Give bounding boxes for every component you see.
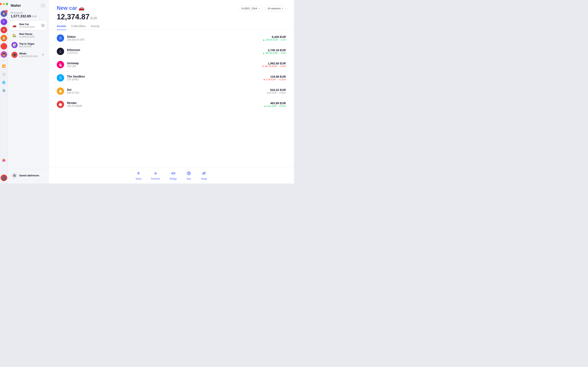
asset-eur-sandbox: 118.98 EUR bbox=[263, 75, 286, 78]
account-name-whale: Whale bbox=[19, 52, 39, 55]
asset-name-dai: Dai bbox=[67, 88, 267, 91]
add-account-button[interactable]: + bbox=[41, 3, 45, 8]
all-accounts-section: All accounts 1,577,332.69EUR bbox=[10, 11, 46, 18]
app-icon-girl[interactable]: 👧 bbox=[1, 51, 7, 58]
app-icon-token[interactable]: 🔴 bbox=[1, 43, 7, 50]
settings-icon[interactable]: ⚙️ bbox=[1, 87, 7, 94]
bridge-icon bbox=[171, 171, 176, 176]
close-button[interactable] bbox=[0, 3, 2, 5]
change-eur-status: ▲ 234.55 EUR bbox=[263, 39, 278, 41]
change-pct-render: 0.01% bbox=[279, 105, 286, 107]
swap-button[interactable]: Swap bbox=[201, 171, 207, 180]
notification-badge: 2 bbox=[5, 10, 8, 13]
wallet-balance-row: 12,374.87 EUR bbox=[57, 12, 286, 21]
far-left-bar: 🔔 2 1 ✕ 🧁 🔴 👧 📶 ⬜ 🌐 ⚙️ 👛 👤 bbox=[0, 0, 8, 184]
network-pill[interactable]: All networks ▾ bbox=[265, 6, 286, 11]
minimize-button[interactable] bbox=[3, 3, 5, 5]
asset-details-status: Status 250,000.00 SNT bbox=[67, 35, 263, 41]
asset-row-render[interactable]: ⬤ Render 250.15 RNDR 463.89 EUR ▲ 0.01 E… bbox=[57, 98, 286, 111]
bottom-action-bar: Send Receive Bridge bbox=[49, 167, 294, 184]
change-eur-uniswap: ▼ 967.55 EUR bbox=[262, 65, 277, 67]
account-menu-icon[interactable]: ⊡ bbox=[41, 24, 45, 27]
app-icon-1[interactable]: 1 bbox=[1, 18, 7, 25]
asset-value-dai: 634.22 EUR 0.00 EUR | 0.00% bbox=[267, 88, 286, 94]
tabs: Assets Collectibles Activity bbox=[49, 21, 294, 30]
account-list: 🚗 New Car 12,374.87 EUR ⊡ 🏡 New House 11… bbox=[10, 21, 46, 167]
account-hide-icon[interactable]: 👁 bbox=[41, 53, 45, 57]
asset-icon-render: ⬤ bbox=[57, 101, 64, 108]
account-avatar-new-house: 🏡 bbox=[11, 32, 17, 38]
notification-button[interactable]: 🔔 2 bbox=[1, 10, 7, 17]
asset-eur-ethereum: 2,745.18 EUR bbox=[263, 49, 286, 52]
globe-icon[interactable]: 🌐 bbox=[1, 79, 7, 86]
asset-row-sandbox[interactable]: S The Sandbox 270 SAND 118.98 EUR ▼ 2.34… bbox=[57, 71, 286, 85]
wallet-title-row: New car 🚗 0×2833...23h4 ↗ All networks ▾ bbox=[57, 5, 286, 11]
asset-name-render: Render bbox=[67, 101, 264, 105]
account-actions-whale: 👁 bbox=[41, 53, 45, 57]
receive-button[interactable]: Receive bbox=[151, 171, 160, 180]
account-item-trip-to-vegas[interactable]: 🎲 Trip to Vegas 845.23 EUR bbox=[10, 40, 46, 50]
receive-icon bbox=[153, 171, 158, 176]
network-label: All networks bbox=[268, 7, 281, 10]
main-content: New car 🚗 0×2833...23h4 ↗ All networks ▾… bbox=[49, 0, 294, 184]
user-avatar[interactable]: 👤 bbox=[1, 175, 7, 181]
send-button[interactable]: Send bbox=[136, 171, 141, 180]
asset-value-ethereum: 2,745.18 EUR ▲ 967.55 EUR | 3.8% bbox=[263, 49, 286, 54]
traffic-lights bbox=[0, 3, 8, 5]
account-balance-new-car: 12,374.87 EUR bbox=[19, 26, 39, 28]
bridge-button[interactable]: Bridge bbox=[170, 171, 177, 180]
address-pill[interactable]: 0×2833...23h4 ↗ bbox=[239, 6, 263, 11]
asset-details-uniswap: Uniswap 324 UNI bbox=[67, 62, 262, 68]
sidebar: Wallet + All accounts 1,577,332.69EUR 🚗 … bbox=[8, 0, 49, 184]
account-item-new-car[interactable]: 🚗 New Car 12,374.87 EUR ⊡ bbox=[10, 21, 46, 30]
asset-amount-uniswap: 324 UNI bbox=[67, 65, 262, 68]
receive-label: Receive bbox=[151, 177, 160, 180]
account-avatar-trip-to-vegas: 🎲 bbox=[11, 42, 17, 48]
account-item-whale[interactable]: 🎓 Whale 1,564,200.00 EUR 👁 bbox=[10, 50, 46, 59]
account-info-new-house: New House 11,056.92 EUR bbox=[19, 33, 45, 38]
account-info-whale: Whale 1,564,200.00 EUR bbox=[19, 52, 39, 58]
asset-name-status: Status bbox=[67, 35, 263, 38]
buy-icon bbox=[187, 171, 191, 176]
account-name-trip-to-vegas: Trip to Vegas bbox=[19, 42, 45, 45]
account-item-new-house[interactable]: 🏡 New House 11,056.92 EUR bbox=[10, 31, 46, 40]
swap-label: Swap bbox=[201, 177, 207, 180]
change-pct-sandbox: -0.01% bbox=[279, 78, 286, 81]
all-accounts-total: 1,577,332.69EUR bbox=[11, 14, 45, 18]
asset-row-dai[interactable]: ◈ Dai 634.22 DAI 634.22 EUR 0.00 EUR | 0… bbox=[57, 85, 286, 98]
tab-activity[interactable]: Activity bbox=[91, 25, 100, 30]
app-icon-x[interactable]: ✕ bbox=[1, 27, 7, 33]
asset-amount-ethereum: 1.45 ETH bbox=[67, 52, 263, 54]
asset-amount-sandbox: 270 SAND bbox=[67, 78, 263, 81]
asset-icon-dai: ◈ bbox=[57, 87, 64, 95]
asset-row-uniswap[interactable]: 🦄 Uniswap 324 UNI 1,992.60 EUR ▼ 967.55 … bbox=[57, 58, 286, 71]
account-actions-new-car: ⊡ bbox=[41, 24, 45, 27]
account-info-trip-to-vegas: Trip to Vegas 845.23 EUR bbox=[19, 42, 45, 48]
sidebar-divider bbox=[11, 169, 45, 169]
change-pct-dai: 0.00% bbox=[279, 92, 286, 94]
header-controls: 0×2833...23h4 ↗ All networks ▾ bbox=[239, 6, 286, 11]
app-icon-cupcake[interactable]: 🧁 bbox=[1, 35, 7, 42]
asset-row-status[interactable]: S Status 250,000.00 SNT 6,420 EUR ▲ 234.… bbox=[57, 32, 286, 45]
asset-row-ethereum[interactable]: ⟠ Ethereum 1.45 ETH 2,745.18 EUR ▲ 967.5… bbox=[57, 45, 286, 58]
wifi-icon[interactable]: 📶 bbox=[1, 63, 7, 69]
tab-assets[interactable]: Assets bbox=[57, 25, 66, 30]
asset-value-uniswap: 1,992.60 EUR ▼ 967.55 EUR | -5.8% bbox=[262, 62, 286, 67]
change-eur-ethereum: ▲ 967.55 EUR bbox=[263, 52, 278, 54]
browser-icon[interactable]: ⬜ bbox=[1, 71, 7, 77]
asset-change-render: ▲ 0.01 EUR | 0.01% bbox=[264, 105, 286, 107]
change-pct-status: 2.1% bbox=[281, 39, 286, 41]
left-icon-nav: 🔔 2 1 ✕ 🧁 🔴 👧 📶 ⬜ 🌐 ⚙️ 👛 bbox=[1, 10, 7, 163]
asset-change-ethereum: ▲ 967.55 EUR | 3.8% bbox=[263, 52, 286, 54]
wallet-name-row: New car 🚗 bbox=[57, 5, 85, 11]
all-accounts-label: All accounts bbox=[11, 11, 45, 14]
asset-eur-dai: 634.22 EUR bbox=[267, 88, 286, 92]
buy-button[interactable]: Buy bbox=[187, 171, 191, 180]
wallet-balance: 12,374.87 bbox=[57, 13, 89, 21]
saved-addresses-item[interactable]: Saved addresses bbox=[10, 171, 46, 180]
tab-collectibles[interactable]: Collectibles bbox=[71, 25, 86, 30]
asset-eur-uniswap: 1,992.60 EUR bbox=[262, 62, 286, 65]
asset-eur-status: 6,420 EUR bbox=[263, 35, 286, 39]
bridge-label: Bridge bbox=[170, 177, 177, 180]
wallet-icon[interactable]: 👛 bbox=[1, 157, 7, 163]
